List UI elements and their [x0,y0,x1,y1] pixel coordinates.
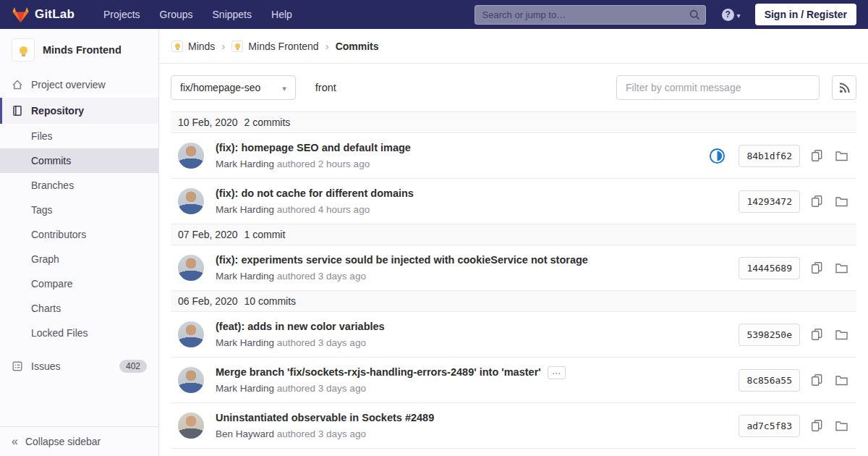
nav-snippets[interactable]: Snippets [213,9,252,20]
sidebar-item-branches[interactable]: Branches [0,173,158,198]
current-path-link[interactable]: front [315,82,336,93]
commit-date-header: 07 Feb, 2020 1 commit [171,224,856,245]
sidebar-item-repository[interactable]: Repository [0,98,158,124]
project-name: Minds Frontend [43,44,122,56]
commit-date-header: 10 Feb, 2020 2 commits [171,112,856,133]
commit-author-avatar[interactable] [178,143,204,169]
commit-date-header: 06 Feb, 2020 10 commits [171,291,856,312]
sidebar-item-issues[interactable]: Issues 402 [0,352,158,380]
commit-author-avatar[interactable] [178,413,204,439]
commit-actions: 14293472 [739,190,849,213]
browse-files-button[interactable] [834,419,849,433]
folder-icon [835,421,848,431]
browse-files-button[interactable] [834,149,849,163]
collapse-sidebar-button[interactable]: « Collapse sidebar [0,426,158,456]
copy-icon [812,150,822,161]
sidebar-item-charts[interactable]: Charts [0,296,158,321]
sidebar-item-tags[interactable]: Tags [0,198,158,222]
commit-title-link[interactable]: Uninstantiated observable in Sockets #24… [216,411,434,425]
sidebar-item-compare[interactable]: Compare [0,271,158,296]
commit-sha-button[interactable]: 14445689 [739,257,800,279]
commit-author-link[interactable]: Mark Harding [216,271,274,282]
copy-sha-button[interactable] [810,261,824,275]
toggle-commit-description-button[interactable]: … [548,366,566,379]
commit-author-avatar[interactable] [178,255,204,281]
commits-feed-button[interactable] [832,75,856,100]
sign-in-register-button[interactable]: Sign in / Register [755,4,856,25]
commit-sha-button[interactable]: ad7c5f83 [739,415,800,437]
commit-sha-button[interactable]: 8c856a55 [739,369,800,392]
nav-groups[interactable]: Groups [160,9,193,20]
commit-row: (fix): do not cache for different domain… [171,179,856,224]
project-link[interactable]: Minds Frontend [0,29,158,72]
breadcrumb-current-page: Commits [336,41,379,52]
project-sidebar: Minds Frontend Project overview Reposito… [0,29,159,456]
commit-row: (feat): adds in new color variables Mark… [171,312,856,358]
commit-sha-button[interactable]: 5398250e [739,324,800,346]
commit-author-avatar[interactable] [178,367,204,393]
commit-author-link[interactable]: Mark Harding [216,383,274,394]
commit-row: Merge branch 'fix/sockets-rxjs-handling-… [171,358,856,403]
home-icon [12,79,23,90]
breadcrumb-project-link[interactable]: Minds Frontend [231,41,318,52]
help-menu[interactable]: ? [722,8,741,21]
branch-selector-dropdown[interactable]: fix/homepage-seo [171,75,296,100]
top-navbar: GitLab Projects Groups Snippets Help ? S… [0,0,868,29]
copy-sha-button[interactable] [810,373,824,387]
folder-icon [835,329,848,340]
browse-files-button[interactable] [834,373,849,387]
commit-title-link[interactable]: (fix): homepage SEO and default image [216,141,411,155]
commit-sha-button[interactable]: 14293472 [739,190,800,213]
minds-frontend-avatar [231,41,243,52]
issues-count-badge: 402 [119,360,147,373]
commit-author-link[interactable]: Mark Harding [216,204,274,215]
selected-branch: fix/homepage-seo [180,82,260,93]
commit-author-avatar[interactable] [178,321,204,347]
commit-authored-time: authored 3 days ago [277,383,366,394]
commit-sha-button[interactable]: 84b1df62 [739,145,800,167]
commit-title-link[interactable]: Merge branch 'fix/sockets-rxjs-handling-… [216,366,541,379]
commit-title-link[interactable]: (fix): do not cache for different domain… [216,187,414,200]
sidebar-item-contributors[interactable]: Contributors [0,222,158,247]
copy-sha-button[interactable] [810,194,824,208]
nav-projects[interactable]: Projects [103,9,140,20]
breadcrumb: Minds Minds Frontend Commits [159,29,868,64]
pipeline-status-icon[interactable] [709,148,726,164]
sidebar-item-project-overview[interactable]: Project overview [0,72,158,98]
gitlab-home-link[interactable]: GitLab [12,6,75,23]
main-content: Minds Minds Frontend Commits fix/homepag… [159,0,868,449]
copy-icon [812,420,822,431]
search-input[interactable] [475,5,706,25]
copy-sha-button[interactable] [810,327,824,342]
browse-files-button[interactable] [834,261,849,275]
commit-title-link[interactable]: (feat): adds in new color variables [216,320,385,334]
browse-files-button[interactable] [834,195,849,208]
browse-files-button[interactable] [834,328,849,342]
copy-icon [812,329,822,340]
commit-filter-input[interactable] [616,75,820,100]
sidebar-item-locked-files[interactable]: Locked Files [0,321,158,345]
commit-author-link[interactable]: Ben Hayward [216,428,274,439]
commit-author-link[interactable]: Mark Harding [216,159,274,169]
copy-sha-button[interactable] [810,148,824,163]
commit-row: Uninstantiated observable in Sockets #24… [171,403,856,449]
commit-author-avatar[interactable] [178,188,204,214]
commit-title-link[interactable]: (fix): experiments service sould be inje… [216,253,588,267]
sidebar-item-files[interactable]: Files [0,124,158,148]
chevron-down-icon [737,8,741,21]
commit-author-link[interactable]: Mark Harding [216,337,274,348]
sidebar-item-graph[interactable]: Graph [0,247,158,271]
breadcrumb-group-link[interactable]: Minds [171,41,215,52]
commit-date: 06 Feb, 2020 [178,295,238,307]
nav-help[interactable]: Help [271,9,292,20]
sidebar-item-label: Project overview [31,79,106,90]
sidebar-item-commits[interactable]: Commits [0,148,158,173]
commit-info: Merge branch 'fix/sockets-rxjs-handling-… [216,366,566,394]
commit-actions: 84b1df62 [709,145,849,167]
copy-sha-button[interactable] [810,418,824,433]
commit-actions: 8c856a55 [739,369,849,392]
copy-icon [812,195,822,207]
gitlab-tanuki-icon [12,6,30,23]
commit-count: 1 commit [244,229,286,240]
commit-row: (fix): experiments service sould be inje… [171,245,856,291]
